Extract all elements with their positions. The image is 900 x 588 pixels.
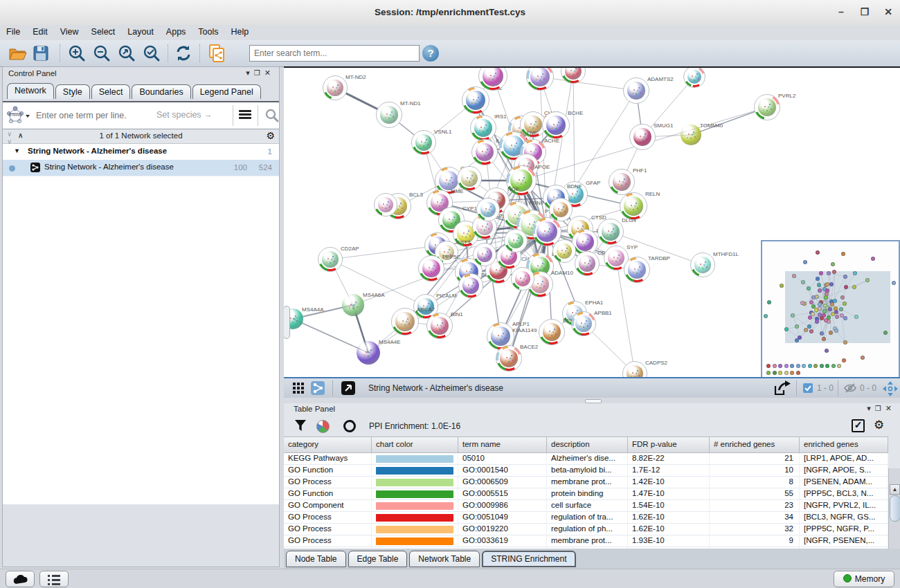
- zoom-fit-icon[interactable]: [116, 43, 137, 64]
- scroll-up-icon[interactable]: ▲: [890, 484, 900, 495]
- help-icon[interactable]: ?: [422, 45, 439, 62]
- select-terms-icon[interactable]: ✓: [852, 419, 865, 432]
- network-node[interactable]: MTHFD1L: [690, 252, 715, 277]
- column-header[interactable]: term name: [458, 437, 547, 452]
- tab-edge-table[interactable]: Edge Table: [348, 551, 408, 567]
- network-node[interactable]: [473, 243, 496, 266]
- task-list-icon[interactable]: [39, 571, 69, 587]
- network-node[interactable]: [552, 239, 576, 263]
- menu-tools[interactable]: Tools: [192, 25, 224, 37]
- search-input[interactable]: [249, 45, 420, 62]
- network-node[interactable]: BCHE: [542, 111, 570, 139]
- share-network-icon[interactable]: [206, 43, 227, 64]
- network-node[interactable]: ADAMTS2: [623, 77, 649, 104]
- tab-legend-panel[interactable]: Legend Panel: [192, 84, 261, 99]
- selected-checkbox-icon[interactable]: [803, 383, 813, 393]
- network-view[interactable]: MT-ND2MT-ND1VSNL1GAB2ADAMTS2PVRL2IRS1ABC…: [284, 66, 900, 377]
- collapse-triangle-icon[interactable]: ▼: [14, 147, 20, 154]
- filter-icon[interactable]: [294, 419, 307, 432]
- menu-layout[interactable]: Layout: [121, 25, 160, 37]
- rings-icon[interactable]: [343, 420, 356, 432]
- network-collection-row[interactable]: ▼ String Network - Alzheimer's disease 1: [3, 144, 279, 160]
- column-header[interactable]: description: [547, 437, 628, 452]
- network-node[interactable]: [561, 66, 586, 84]
- network-node[interactable]: BACE2: [496, 345, 522, 371]
- menu-file[interactable]: File: [0, 25, 26, 37]
- zoom-in-icon[interactable]: [66, 43, 87, 64]
- tab-style[interactable]: Style: [55, 84, 90, 99]
- string-share-icon[interactable]: [310, 380, 327, 396]
- table-panel-menu-icon[interactable]: ▾: [867, 404, 875, 412]
- tab-node-table[interactable]: Node Table: [286, 551, 346, 567]
- table-row[interactable]: GO ProcessGO:0051049regulation of tra...…: [284, 512, 888, 524]
- set-species-label[interactable]: Set species →: [156, 110, 213, 120]
- close-button[interactable]: ✕: [876, 0, 900, 25]
- cloud-tasks-icon[interactable]: [6, 571, 35, 587]
- panel-collapse-handle[interactable]: [284, 306, 290, 339]
- network-node[interactable]: CD2AP: [318, 247, 343, 272]
- charts-icon[interactable]: [316, 420, 330, 433]
- string-options-icon[interactable]: [239, 109, 251, 121]
- export-network-icon[interactable]: [773, 380, 789, 396]
- table-row[interactable]: GO FunctionGO:0001540beta-amyloid bi...1…: [284, 465, 888, 477]
- network-node[interactable]: PVRL2: [754, 94, 780, 120]
- table-row[interactable]: GO ProcessGO:0006509membrane prot...1.42…: [284, 477, 888, 488]
- menu-edit[interactable]: Edit: [26, 25, 54, 37]
- menu-apps[interactable]: Apps: [160, 25, 192, 37]
- network-node[interactable]: CDK5: [575, 251, 600, 276]
- network-node[interactable]: MT-ND1: [376, 102, 402, 128]
- close-panel-icon[interactable]: ✕: [264, 68, 275, 77]
- table-float-icon[interactable]: ❐: [875, 405, 885, 412]
- network-node[interactable]: [683, 66, 705, 88]
- navigate-icon[interactable]: [882, 380, 899, 397]
- enrichment-table[interactable]: KEGG Pathways05010Alzheimer's dise...8.8…: [284, 453, 888, 550]
- column-header[interactable]: FDR p-value: [628, 437, 710, 452]
- string-logo-icon[interactable]: STRING: [6, 105, 30, 126]
- network-node[interactable]: RELN: [620, 192, 647, 220]
- network-node[interactable]: BIN1: [426, 313, 453, 339]
- open-file-icon[interactable]: [7, 43, 28, 64]
- birds-eye-view[interactable]: [761, 240, 900, 377]
- string-query-input[interactable]: [35, 107, 155, 125]
- network-node[interactable]: APBB1: [571, 311, 596, 336]
- zoom-out-icon[interactable]: [91, 43, 112, 64]
- tab-network-table[interactable]: Network Table: [409, 551, 480, 567]
- network-node[interactable]: VSNL1: [411, 130, 436, 155]
- menu-help[interactable]: Help: [225, 25, 255, 37]
- network-node[interactable]: [478, 66, 507, 91]
- float-panel-icon[interactable]: ❐: [254, 69, 264, 77]
- save-icon[interactable]: [30, 43, 51, 64]
- maximize-button[interactable]: ❐: [853, 0, 876, 25]
- network-node[interactable]: [476, 198, 500, 221]
- network-node[interactable]: [374, 193, 397, 217]
- network-node[interactable]: IRS1: [470, 115, 496, 141]
- table-row[interactable]: GO ProcessGO:0033619membrane prot...1.93…: [284, 535, 888, 547]
- menu-view[interactable]: View: [54, 25, 85, 37]
- tab-select[interactable]: Select: [91, 84, 131, 99]
- panel-splitter[interactable]: [284, 398, 900, 403]
- network-node[interactable]: EPHA5: [539, 319, 565, 345]
- column-header[interactable]: category: [284, 437, 372, 452]
- tab-network[interactable]: Network: [7, 83, 54, 99]
- network-node[interactable]: CADPS2: [622, 361, 647, 377]
- network-node[interactable]: TOMM40: [680, 124, 702, 146]
- table-row[interactable]: GO ProcessGO:0019220regulation of ph...1…: [284, 524, 888, 535]
- column-header[interactable]: chart color: [372, 437, 458, 452]
- network-row[interactable]: String Network - Alzheimer's disease 100…: [3, 160, 279, 176]
- network-node[interactable]: DLG4: [597, 219, 624, 245]
- panel-menu-icon[interactable]: ▾: [246, 68, 254, 77]
- string-search-icon[interactable]: [264, 108, 280, 123]
- table-row[interactable]: GO FunctionGO:0005515protein binding1.47…: [284, 488, 888, 500]
- network-node[interactable]: [511, 267, 534, 291]
- tab-string-enrichment[interactable]: STRING Enrichment: [482, 551, 575, 567]
- menu-select[interactable]: Select: [85, 25, 122, 37]
- network-node[interactable]: SMUG1: [629, 124, 656, 150]
- zoom-selected-icon[interactable]: [141, 43, 162, 64]
- enrichment-settings-icon[interactable]: ⚙: [874, 418, 884, 432]
- network-node[interactable]: [504, 229, 528, 252]
- table-row[interactable]: GO ComponentGO:0009986cell surface1.54E-…: [284, 500, 888, 512]
- network-node[interactable]: TARDBP: [624, 257, 650, 283]
- table-row[interactable]: KEGG Pathways05010Alzheimer's dise...8.8…: [284, 453, 888, 465]
- memory-button[interactable]: Memory: [834, 571, 894, 587]
- network-node[interactable]: ABCA7: [391, 308, 419, 336]
